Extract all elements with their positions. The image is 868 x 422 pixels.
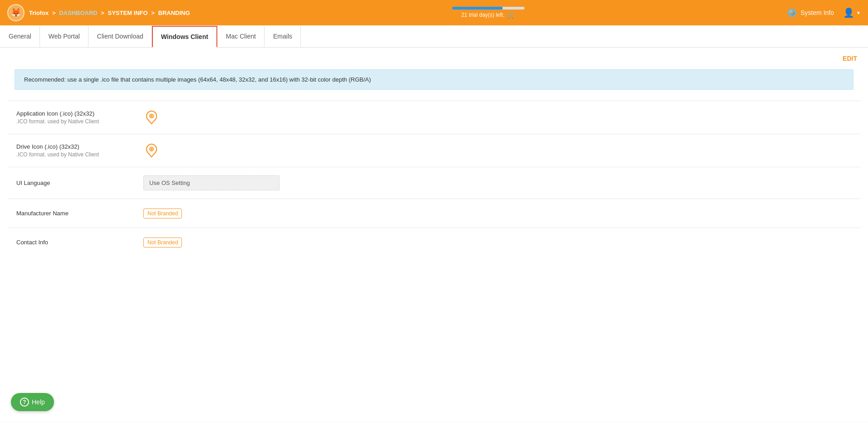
drive-icon-value[interactable] [143,142,852,159]
edit-row: EDIT [0,48,868,66]
settings-section: Recommended: use a single .ico file that… [0,69,868,257]
trial-text: 21 trial day(s) left. 🛒 [461,11,515,19]
ui-language-label: UI Language [16,179,143,186]
application-icon-display [143,109,160,126]
user-icon: 👤 [843,7,854,18]
manufacturer-name-title: Manufacturer Name [16,210,143,217]
breadcrumb-system-info[interactable]: SYSTEM INFO [108,10,148,16]
application-icon-sub: .ICO format. used by Native Client [16,118,143,125]
drive-icon-sub: .ICO format. used by Native Client [16,151,143,158]
drive-icon-row: Drive Icon (.ico) (32x32) .ICO format. u… [7,134,861,167]
application-icon-value[interactable] [143,109,852,126]
triofox-app-icon [144,110,159,125]
language-select[interactable]: Use OS Setting [143,175,280,190]
header: 🦊 Triofox > DASHBOARD > SYSTEM INFO > BR… [0,0,868,25]
contact-not-branded-badge: Not Branded [143,238,182,247]
manufacturer-name-value: Not Branded [143,209,852,218]
brand-name: Triofox [29,10,49,16]
ui-language-value: Use OS Setting [143,175,852,190]
system-info-button[interactable]: ⚙️ System Info [786,7,834,18]
trial-label: 21 trial day(s) left. [461,12,505,18]
help-button[interactable]: ? Help [11,393,54,411]
manufacturer-not-branded-badge: Not Branded [143,209,182,218]
tab-client-download[interactable]: Client Download [88,26,152,48]
logo[interactable]: 🦊 [7,4,25,21]
trial-progress-bar [452,7,525,10]
contact-info-row: Contact Info Not Branded [7,228,861,257]
info-banner: Recommended: use a single .ico file that… [15,69,853,90]
ui-language-row: UI Language Use OS Setting [7,167,861,199]
main-content: EDIT Recommended: use a single .ico file… [0,48,868,422]
logo-icon: 🦊 [11,8,21,18]
contact-info-value: Not Branded [143,238,852,247]
svg-point-3 [151,148,152,150]
tab-emails[interactable]: Emails [265,26,301,48]
tab-windows-client[interactable]: Windows Client [152,26,217,48]
breadcrumb-dashboard[interactable]: DASHBOARD [59,10,98,16]
tab-web-portal[interactable]: Web Portal [40,26,88,48]
ui-language-title: UI Language [16,179,143,186]
edit-link[interactable]: EDIT [843,55,857,62]
drive-icon-title: Drive Icon (.ico) (32x32) [16,143,143,150]
manufacturer-name-label: Manufacturer Name [16,210,143,217]
svg-point-1 [151,115,152,117]
application-icon-row: Application Icon (.ico) (32x32) .ICO for… [7,101,861,134]
gear-icon: ⚙️ [786,7,798,18]
header-left: 🦊 Triofox > DASHBOARD > SYSTEM INFO > BR… [7,4,190,21]
breadcrumb: Triofox > DASHBOARD > SYSTEM INFO > BRAN… [29,10,190,16]
contact-info-label: Contact Info [16,239,143,246]
application-icon-title: Application Icon (.ico) (32x32) [16,110,143,117]
help-label: Help [32,398,45,406]
drive-icon-label: Drive Icon (.ico) (32x32) .ICO format. u… [16,143,143,158]
tab-mac-client[interactable]: Mac Client [217,26,265,48]
header-right: ⚙️ System Info 👤 ▼ [786,7,861,18]
user-menu-button[interactable]: 👤 ▼ [843,7,861,18]
help-circle-icon: ? [20,398,29,407]
manufacturer-name-row: Manufacturer Name Not Branded [7,199,861,228]
breadcrumb-branding[interactable]: BRANDING [158,10,190,16]
triofox-drive-icon [144,143,159,158]
tab-general[interactable]: General [0,26,40,48]
system-info-label: System Info [800,9,834,16]
cart-icon[interactable]: 🛒 [507,11,515,19]
trial-bar-fill [452,7,503,10]
dropdown-arrow-icon: ▼ [856,10,861,15]
drive-icon-display [143,142,160,159]
tabs-bar: General Web Portal Client Download Windo… [0,25,868,48]
contact-info-title: Contact Info [16,239,143,246]
trial-info: 21 trial day(s) left. 🛒 [452,7,525,19]
application-icon-label: Application Icon (.ico) (32x32) .ICO for… [16,110,143,125]
